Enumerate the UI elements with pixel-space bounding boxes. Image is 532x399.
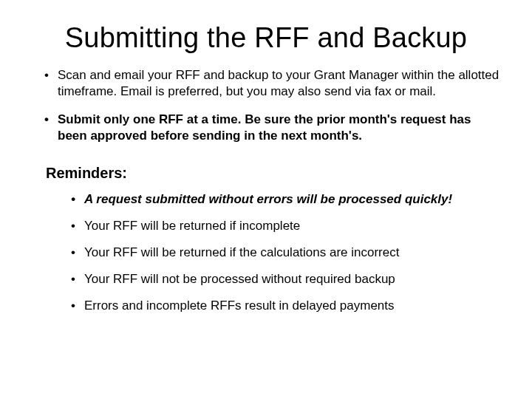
- reminder-text: Your RFF will be returned if the calcula…: [84, 245, 399, 259]
- reminder-item: A request submitted without errors will …: [71, 192, 502, 207]
- bullet-text: Submit only one RFF at a time. Be sure t…: [58, 112, 471, 143]
- bullet-text: Scan and email your RFF and backup to yo…: [58, 68, 499, 98]
- slide-title: Submitting the RFF and Backup: [30, 22, 502, 54]
- bullet-item: Scan and email your RFF and backup to yo…: [44, 67, 502, 100]
- reminders-heading: Reminders:: [46, 165, 502, 182]
- reminder-item: Your RFF will be returned if incomplete: [71, 219, 502, 233]
- reminder-text: Your RFF will be returned if incomplete: [84, 219, 300, 233]
- top-bullet-list: Scan and email your RFF and backup to yo…: [44, 67, 502, 144]
- reminder-item: Your RFF will not be processed without r…: [71, 272, 502, 287]
- reminder-text: Your RFF will not be processed without r…: [84, 272, 395, 286]
- reminder-item: Errors and incomplete RFFs result in del…: [71, 299, 502, 313]
- reminders-list: A request submitted without errors will …: [71, 192, 502, 313]
- slide: Submitting the RFF and Backup Scan and e…: [0, 0, 532, 399]
- bullet-item: Submit only one RFF at a time. Be sure t…: [44, 112, 502, 144]
- reminder-text: A request submitted without errors will …: [84, 192, 452, 206]
- reminder-item: Your RFF will be returned if the calcula…: [71, 245, 502, 260]
- reminder-text: Errors and incomplete RFFs result in del…: [84, 299, 395, 313]
